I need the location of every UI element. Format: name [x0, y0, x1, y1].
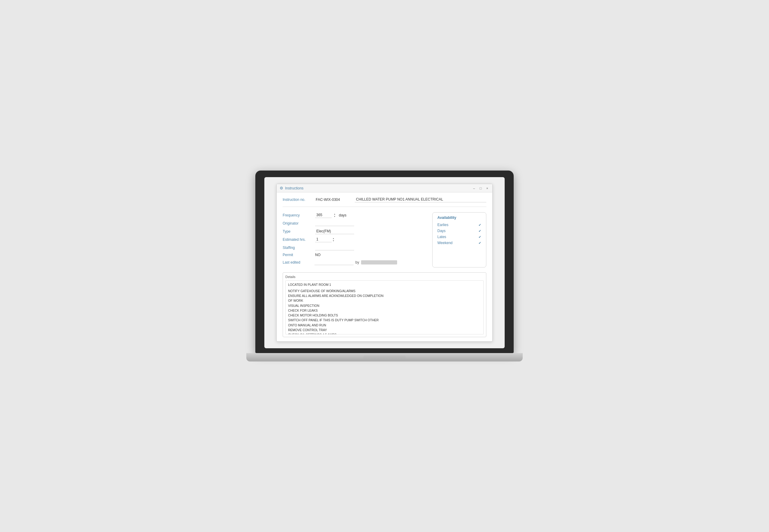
type-label: Type: [283, 229, 313, 234]
avail-row-earlies: Earlies ✔: [438, 223, 481, 227]
redacted-bar: [361, 260, 397, 264]
availability-panel: Availability Earlies ✔ Days ✔ Lates: [432, 212, 486, 268]
instruction-number: FAC-WIX-0304: [316, 198, 352, 202]
restore-button[interactable]: □: [479, 186, 483, 190]
title-bar: ⚙ Instructions – □ ×: [277, 184, 492, 192]
laptop-base: [246, 353, 523, 361]
avail-label-weekend: Weekend: [438, 241, 453, 245]
frequency-unit: days: [339, 213, 346, 217]
est-hrs-up-button[interactable]: ▲: [331, 237, 335, 240]
staffing-row: Staffing: [283, 245, 426, 250]
window-title: Instructions: [285, 186, 303, 190]
gear-icon: ⚙: [280, 186, 283, 190]
permit-row: Permit NO: [283, 253, 426, 257]
details-content: LOCATED IN PLANT ROOM 1 NOTIFY GATEHOUSE…: [285, 280, 484, 334]
last-edited-row: Last edited by: [283, 259, 426, 265]
details-first-line: LOCATED IN PLANT ROOM 1: [288, 283, 481, 287]
laptop-outer: ⚙ Instructions – □ × Instruction no. FAC…: [255, 171, 514, 361]
laptop-screen: ⚙ Instructions – □ × Instruction no. FAC…: [264, 177, 505, 348]
avail-check-lates: ✔: [479, 235, 481, 239]
form-section: Frequency ▲ ▼ days Originator: [283, 212, 486, 268]
avail-row-weekend: Weekend ✔: [438, 241, 481, 245]
close-button[interactable]: ×: [485, 186, 489, 190]
form-fields: Frequency ▲ ▼ days Originator: [283, 212, 426, 268]
frequency-input[interactable]: [315, 212, 331, 218]
avail-label-lates: Lates: [438, 235, 446, 239]
frequency-row: Frequency ▲ ▼ days: [283, 212, 426, 218]
est-hrs-spinner: ▲ ▼: [331, 237, 335, 242]
window-body: Instruction no. FAC-WIX-0304 Frequency: [277, 192, 492, 341]
originator-row: Originator: [283, 220, 426, 226]
minimize-button[interactable]: –: [472, 186, 476, 190]
details-section: Details LOCATED IN PLANT ROOM 1 NOTIFY G…: [283, 272, 486, 337]
by-label: by: [355, 260, 359, 264]
avail-row-lates: Lates ✔: [438, 235, 481, 239]
frequency-label: Frequency: [283, 213, 313, 217]
avail-label-days: Days: [438, 229, 446, 233]
freq-up-button[interactable]: ▲: [333, 213, 336, 215]
avail-check-weekend: ✔: [479, 241, 481, 245]
est-hrs-control: ▲ ▼: [315, 237, 335, 242]
staffing-label: Staffing: [283, 246, 313, 250]
frequency-spinner: ▲ ▼: [333, 213, 336, 218]
title-bar-controls: – □ ×: [472, 186, 489, 190]
estimated-hrs-row: Estimated hrs. ▲ ▼: [283, 237, 426, 242]
title-bar-left: ⚙ Instructions: [280, 186, 303, 190]
avail-row-days: Days ✔: [438, 229, 481, 233]
estimated-hrs-input[interactable]: [315, 237, 331, 242]
originator-input[interactable]: [315, 220, 354, 226]
permit-value: NO: [315, 253, 320, 257]
avail-label-earlies: Earlies: [438, 223, 449, 227]
permit-label: Permit: [283, 253, 313, 257]
app-window: ⚙ Instructions – □ × Instruction no. FAC…: [276, 184, 493, 342]
details-label: Details: [285, 275, 484, 279]
staffing-input[interactable]: [315, 245, 354, 250]
avail-check-earlies: ✔: [479, 223, 481, 227]
laptop-bezel: ⚙ Instructions – □ × Instruction no. FAC…: [255, 171, 514, 353]
details-text: NOTIFY GATEHOUSE OF WORKING/ALARMSENSURE…: [288, 289, 481, 334]
last-edited-label: Last edited: [283, 260, 313, 264]
type-input[interactable]: [315, 228, 354, 234]
type-row: Type: [283, 228, 426, 234]
instruction-title-input[interactable]: [355, 197, 486, 202]
trackpad: [363, 355, 406, 360]
freq-down-button[interactable]: ▼: [333, 215, 336, 218]
instruction-no-label: Instruction no.: [283, 198, 313, 202]
originator-label: Originator: [283, 221, 313, 225]
last-edited-input[interactable]: [314, 259, 353, 265]
avail-check-days: ✔: [479, 229, 481, 233]
instruction-row: Instruction no. FAC-WIX-0304: [283, 197, 486, 207]
availability-title: Availability: [438, 216, 481, 220]
est-hrs-down-button[interactable]: ▼: [331, 240, 335, 242]
estimated-hrs-label: Estimated hrs.: [283, 237, 313, 242]
